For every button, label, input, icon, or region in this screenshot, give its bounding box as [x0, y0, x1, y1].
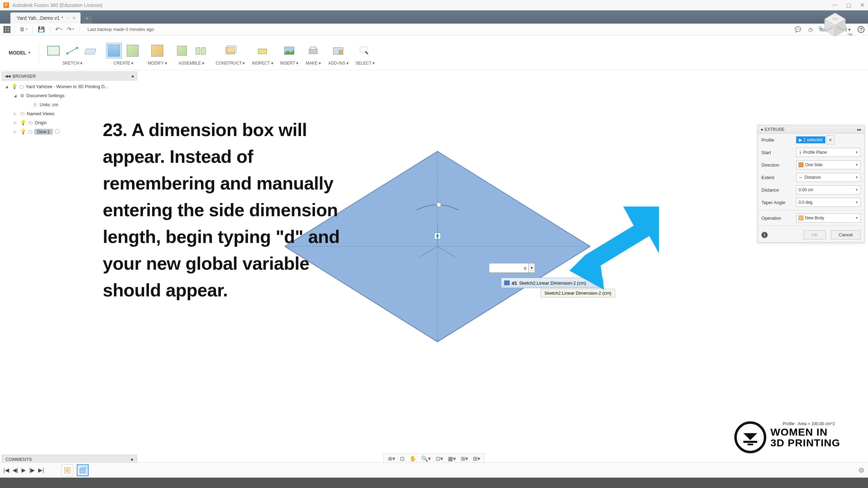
extrude-panel: ● EXTRUDE▸▸ Profile ▶ 1 selected ✕ Start… — [758, 125, 865, 243]
autocomplete-tooltip: Sketch2.Linear Dimension-2 (cm) — [541, 289, 615, 297]
ribbon-label-insert[interactable]: INSERT ▾ — [280, 61, 299, 66]
sketch-plane-icon[interactable] — [83, 43, 99, 59]
ribbon-group-assemble: ASSEMBLE ▾ — [170, 40, 212, 66]
ribbon-label-select[interactable]: SELECT ▾ — [356, 61, 375, 66]
orbit-icon[interactable]: ⊕▾ — [388, 455, 395, 462]
taper-input[interactable]: 0.0 deg▼ — [796, 198, 861, 207]
timeline-item-sketch[interactable] — [61, 464, 73, 476]
instruction-text: 23. A dimension box will appear. Instead… — [103, 117, 346, 304]
direction-dropdown[interactable]: One Side▼ — [796, 160, 861, 169]
timeline-prev-icon[interactable]: ◀| — [12, 467, 18, 473]
extrude-icon[interactable] — [106, 43, 122, 59]
save-icon[interactable]: 💾 — [37, 25, 46, 34]
ribbon-label-create[interactable]: CREATE ▾ — [114, 61, 133, 66]
timeline-start-icon[interactable]: |◀ — [3, 467, 9, 473]
viewport-icon[interactable]: ⊞▾ — [473, 455, 480, 462]
browser-settings-icon[interactable]: ● — [131, 74, 134, 79]
ribbon-label-assemble[interactable]: ASSEMBLE ▾ — [178, 61, 204, 66]
display-icon[interactable]: ▦▾ — [448, 455, 456, 462]
tree-units[interactable]: 🗎Units: cm — [2, 100, 137, 109]
dimension-dropdown-icon[interactable]: ▼ — [529, 263, 535, 273]
undo-icon[interactable]: ↶▼ — [55, 25, 64, 34]
operation-dropdown[interactable]: New Body▼ — [796, 213, 861, 222]
info-icon[interactable]: i — [761, 232, 768, 238]
ribbon-group-insert: INSERT ▾ — [277, 40, 302, 66]
construct-plane-icon[interactable] — [222, 43, 238, 59]
job-status-icon[interactable]: ◷ — [808, 26, 813, 33]
distance-input[interactable]: 0.00 cm▼ — [796, 185, 861, 194]
timeline-play-icon[interactable]: ▶ — [22, 467, 26, 473]
redo-icon[interactable]: ↷▼ — [66, 25, 75, 34]
data-panel-icon[interactable] — [3, 26, 10, 33]
tree-root[interactable]: ◢💡▢Yard Yahtzee - Women in 3D Printing D… — [2, 82, 137, 91]
assemble-icon-1[interactable] — [174, 43, 190, 59]
profile-selection[interactable]: ▶ 1 selected — [796, 136, 825, 143]
addins-icon[interactable] — [330, 43, 346, 59]
select-icon[interactable] — [357, 43, 373, 59]
callout-arrow — [569, 207, 660, 290]
taper-label: Taper Angle — [761, 200, 796, 205]
close-icon[interactable]: ✕ — [860, 2, 865, 8]
tab-pin-icon[interactable]: ○ — [67, 16, 69, 20]
logo-icon — [734, 421, 766, 453]
extent-dropdown[interactable]: ↔Distance▼ — [796, 173, 861, 182]
clear-selection-icon[interactable]: ✕ — [827, 135, 834, 144]
sketch-rect-icon[interactable] — [45, 43, 61, 59]
folder-icon: 🗀 — [20, 111, 25, 116]
browser-title: BROWSER — [12, 74, 36, 79]
look-at-icon[interactable]: ⊡ — [400, 455, 404, 462]
start-dropdown[interactable]: ├Profile Plane▼ — [796, 148, 861, 157]
document-tab[interactable]: Yard Yah...Demo v1 * ○ × — [10, 12, 81, 24]
lightbulb-icon[interactable]: 💡 — [20, 120, 26, 125]
svg-rect-4 — [258, 49, 267, 54]
workspace-selector[interactable]: MODEL ▼ — [3, 47, 36, 59]
gear-icon: ⚙ — [20, 93, 24, 98]
component-icon: ▢ — [28, 129, 32, 134]
ribbon-group-addins: ADD-INS ▾ — [325, 40, 352, 66]
fit-icon[interactable]: ⊡▾ — [436, 455, 443, 462]
timeline-item-extrude[interactable] — [77, 464, 89, 476]
create-box-icon[interactable] — [125, 43, 141, 59]
print-icon[interactable] — [305, 43, 321, 59]
chevron-left-icon[interactable]: ◀◀ — [5, 74, 10, 78]
ribbon-label-sketch[interactable]: SKETCH ▾ — [62, 61, 83, 66]
browser-header[interactable]: ◀◀ BROWSER ● — [2, 71, 137, 81]
activate-icon[interactable] — [55, 129, 60, 134]
dimension-input-wrap: ▼ — [489, 263, 535, 273]
file-icon[interactable]: 🗎▼ — [19, 25, 28, 34]
logo-line2: 3D PRINTING — [770, 437, 840, 448]
tree-doc-settings[interactable]: ◢⚙Document Settings — [2, 91, 137, 100]
cancel-button[interactable]: Cancel — [831, 230, 861, 239]
ribbon-label-construct[interactable]: CONSTRUCT ▾ — [216, 61, 245, 66]
zoom-icon[interactable]: 🔍▾ — [421, 455, 431, 462]
insert-decal-icon[interactable] — [281, 43, 297, 59]
tab-close-icon[interactable]: × — [73, 15, 75, 21]
extrude-header[interactable]: ● EXTRUDE▸▸ — [758, 125, 864, 134]
sketch-line-icon[interactable] — [64, 43, 80, 59]
ribbon-label-addins[interactable]: ADD-INS ▾ — [328, 61, 348, 66]
pan-icon[interactable]: ✋ — [409, 455, 416, 462]
press-pull-icon[interactable] — [149, 43, 165, 59]
timeline-end-icon[interactable]: ▶| — [38, 467, 44, 473]
lightbulb-icon[interactable]: 💡 — [20, 129, 26, 134]
ok-button[interactable]: OK — [803, 230, 826, 239]
timeline-next-icon[interactable]: |▶ — [29, 467, 35, 473]
lightbulb-icon[interactable]: 💡 — [11, 84, 17, 89]
ribbon-label-make[interactable]: MAKE ▾ — [306, 61, 321, 66]
bottom-strip — [0, 478, 868, 488]
ribbon-label-inspect[interactable]: INSPECT ▾ — [252, 61, 273, 66]
viewcube[interactable]: TOP FRONT RIGHT Z X — [816, 5, 854, 43]
grid-icon[interactable]: ⊞▾ — [461, 455, 468, 462]
ribbon-label-modify[interactable]: MODIFY ▾ — [148, 61, 167, 66]
window-titlebar: F Autodesk Fusion 360 (Education License… — [0, 0, 868, 10]
assemble-icon-2[interactable] — [193, 43, 209, 59]
dimension-input[interactable] — [489, 263, 529, 273]
svg-rect-25 — [748, 444, 753, 445]
help-icon[interactable]: ? — [858, 26, 865, 33]
svg-rect-2 — [196, 48, 200, 54]
ribbon-group-construct: CONSTRUCT ▾ — [212, 40, 248, 66]
extensions-icon[interactable]: 💬 — [795, 26, 801, 33]
new-tab-button[interactable]: + — [82, 13, 92, 24]
measure-icon[interactable] — [254, 43, 270, 59]
timeline-settings-icon[interactable]: ⚙ — [858, 466, 865, 474]
